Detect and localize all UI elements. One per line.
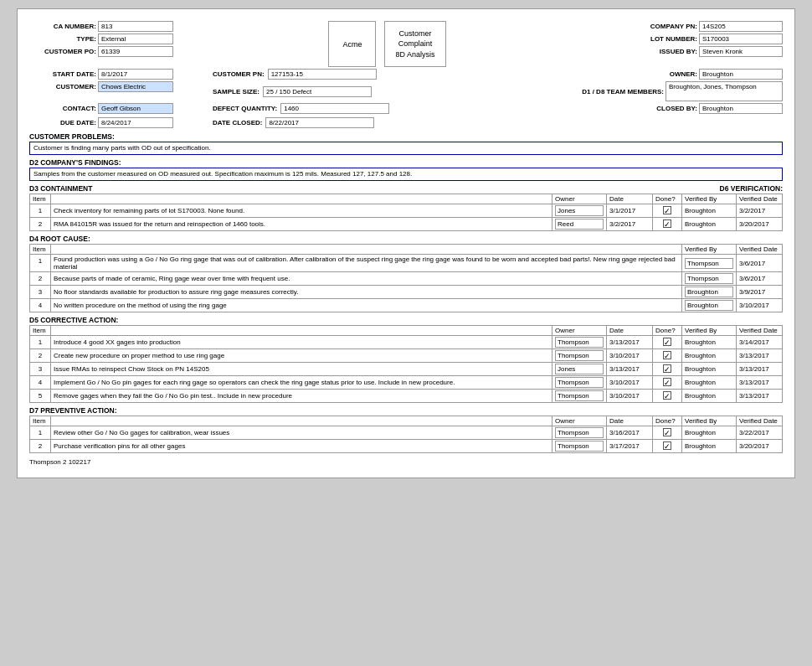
d3-date-1: 3/2/2017 bbox=[607, 218, 653, 231]
d3d6-header: D3 CONTAINMENT D6 VERIFICATION: bbox=[29, 184, 783, 193]
d3-owner-0: Jones bbox=[552, 204, 607, 218]
d7-table-header-row: Item Owner Date Done? Verified By Verifi… bbox=[30, 416, 783, 426]
start-date-field[interactable]: 8/1/2017 bbox=[98, 69, 173, 80]
header-row4-left: CONTACT: Geoff Gibson bbox=[29, 103, 209, 114]
d5-vdate-0: 3/14/2017 bbox=[737, 336, 783, 349]
d7-th-owner: Owner bbox=[552, 416, 607, 426]
table-row: 4 No written procedure on the method of … bbox=[30, 299, 783, 312]
d3-vdate-0: 3/2/2017 bbox=[737, 204, 783, 218]
checkbox-icon: ✓ bbox=[663, 428, 671, 436]
customer-po-field[interactable]: 61339 bbox=[98, 46, 173, 57]
th-desc bbox=[51, 194, 552, 204]
header-row3-left: CUSTOMER: Chows Electric bbox=[29, 81, 209, 101]
d4-desc-3: No written procedure on the method of us… bbox=[51, 299, 682, 312]
ca-number-label: CA NUMBER: bbox=[29, 23, 96, 30]
d2-field[interactable]: Samples from the customer measured on OD… bbox=[29, 168, 783, 181]
customer-problems-field[interactable]: Customer is finding many parts with OD o… bbox=[29, 142, 783, 155]
d5-th-date: Date bbox=[607, 326, 653, 336]
d7-done-1: ✓ bbox=[653, 440, 682, 453]
company-pn-row: COMPANY PN: 14S205 bbox=[565, 21, 783, 32]
header-row4-right: CLOSED BY: Broughton bbox=[565, 103, 783, 114]
closed-by-label: CLOSED BY: bbox=[656, 105, 697, 112]
d3-label: D3 CONTAINMENT bbox=[29, 184, 92, 193]
customer-po-row: CUSTOMER PO: 61339 bbox=[29, 46, 209, 57]
customer-label: CUSTOMER: bbox=[29, 83, 96, 90]
issued-by-label: ISSUED BY: bbox=[660, 48, 697, 55]
d5-item-4: 5 bbox=[30, 390, 51, 403]
title-text: Customer Complaint 8D Analysis bbox=[395, 28, 434, 60]
d2-section: D2 COMPANY'S FINDINGS: Samples from the … bbox=[29, 158, 783, 181]
d4-vdate-3: 3/10/2017 bbox=[737, 299, 783, 312]
d5-th-done: Done? bbox=[653, 326, 682, 336]
d5-desc-3: Implement Go / No Go pin gages for each … bbox=[51, 376, 552, 390]
type-row: TYPE: External bbox=[29, 34, 209, 44]
customer-pn-field[interactable]: 127153-15 bbox=[268, 69, 377, 80]
owner-field[interactable]: Broughton bbox=[699, 69, 783, 80]
d3-table-header-row: Item Owner Date Done? Verified By Verifi… bbox=[30, 194, 783, 204]
header-row2-right: OWNER: Broughton bbox=[565, 69, 783, 80]
d7-owner-1: Thompson bbox=[552, 440, 607, 453]
header-row3-mid: SAMPLE SIZE: 25 / 150 Defect bbox=[213, 81, 562, 101]
defect-quantity-field[interactable]: 1460 bbox=[280, 103, 389, 114]
d7-th-done: Done? bbox=[653, 416, 682, 426]
sample-size-field[interactable]: 25 / 150 Defect bbox=[263, 86, 372, 97]
d3-done-1: ✓ bbox=[653, 218, 682, 231]
date-closed-field[interactable]: 8/22/2017 bbox=[265, 117, 374, 128]
contact-field[interactable]: Geoff Gibson bbox=[98, 103, 173, 114]
lot-number-field[interactable]: S170003 bbox=[699, 34, 783, 44]
d7-vdate-0: 3/22/2017 bbox=[737, 426, 783, 440]
due-date-field[interactable]: 8/24/2017 bbox=[98, 117, 173, 128]
d5-th-verified: Verified By bbox=[682, 326, 737, 336]
d5-date-0: 3/13/2017 bbox=[607, 336, 653, 349]
d7-th-verified: Verified By bbox=[682, 416, 737, 426]
th-vdate: Verified Date bbox=[737, 194, 783, 204]
d4-item-3: 4 bbox=[30, 299, 51, 312]
page: CA NUMBER: 813 TYPE: External CUSTOMER P… bbox=[17, 8, 795, 478]
d7-section-label: D7 PREVENTIVE ACTION: bbox=[29, 406, 783, 415]
header-row3-right: D1 / D8 TEAM MEMBERS: Broughton, Jones, … bbox=[565, 81, 783, 101]
d3-table: Item Owner Date Done? Verified By Verifi… bbox=[29, 194, 783, 231]
header-center: Acme Customer Complaint 8D Analysis bbox=[211, 21, 563, 67]
d5-vdate-1: 3/13/2017 bbox=[737, 349, 783, 363]
type-field[interactable]: External bbox=[98, 34, 173, 44]
issued-by-field[interactable]: Steven Kronk bbox=[699, 46, 783, 57]
header-area: CA NUMBER: 813 TYPE: External CUSTOMER P… bbox=[29, 21, 783, 67]
d5-table-header-row: Item Owner Date Done? Verified By Verifi… bbox=[30, 326, 783, 336]
start-date-row: START DATE: 8/1/2017 bbox=[29, 69, 209, 80]
contact-row: CONTACT: Geoff Gibson bbox=[29, 103, 209, 114]
d7-verified-1: Broughton bbox=[682, 440, 737, 453]
d1d8-team-field[interactable]: Broughton, Jones, Thompson bbox=[666, 81, 783, 101]
d4-verified-1: Thompson bbox=[682, 272, 737, 286]
d5-owner-4: Thompson bbox=[552, 390, 607, 403]
header-row4-mid: DEFECT QUANTITY: 1460 bbox=[213, 103, 562, 114]
company-pn-field[interactable]: 14S205 bbox=[699, 21, 783, 32]
d5-desc-0: Introduce 4 good XX gages into productio… bbox=[51, 336, 552, 349]
d5-verified-0: Broughton bbox=[682, 336, 737, 349]
d4-verified-0: Thompson bbox=[682, 255, 737, 272]
d4-item-0: 1 bbox=[30, 255, 51, 272]
checkbox-icon: ✓ bbox=[663, 378, 671, 386]
table-row: 3 Issue RMAs to reinspect Chow Stock on … bbox=[30, 363, 783, 376]
d5-item-0: 1 bbox=[30, 336, 51, 349]
d7-th-date: Date bbox=[607, 416, 653, 426]
d5-item-1: 2 bbox=[30, 349, 51, 363]
ca-number-field[interactable]: 813 bbox=[98, 21, 173, 32]
header-row5-mid: DATE CLOSED: 8/22/2017 bbox=[213, 117, 562, 128]
due-date-label: DUE DATE: bbox=[29, 119, 96, 126]
checkbox-icon: ✓ bbox=[663, 391, 671, 400]
header-row2-left: START DATE: 8/1/2017 bbox=[29, 69, 209, 80]
defect-quantity-label: DEFECT QUANTITY: bbox=[213, 105, 277, 112]
d5-verified-3: Broughton bbox=[682, 376, 737, 390]
header-left: CA NUMBER: 813 TYPE: External CUSTOMER P… bbox=[29, 21, 209, 57]
closed-by-field[interactable]: Broughton bbox=[699, 103, 783, 114]
th-date: Date bbox=[607, 194, 653, 204]
table-row: 1 Check inventory for remaining parts of… bbox=[30, 204, 783, 218]
d3-desc-0: Check inventory for remaining parts of l… bbox=[51, 204, 552, 218]
d7-table: Item Owner Date Done? Verified By Verifi… bbox=[29, 416, 783, 453]
owner-row: OWNER: Broughton bbox=[565, 69, 783, 80]
header-right: COMPANY PN: 14S205 LOT NUMBER: S170003 I… bbox=[565, 21, 783, 57]
checkbox-icon: ✓ bbox=[663, 206, 671, 214]
d5-item-3: 4 bbox=[30, 376, 51, 390]
footer-text: Thompson 2 102217 bbox=[29, 458, 90, 466]
customer-field[interactable]: Chows Electric bbox=[98, 81, 173, 92]
